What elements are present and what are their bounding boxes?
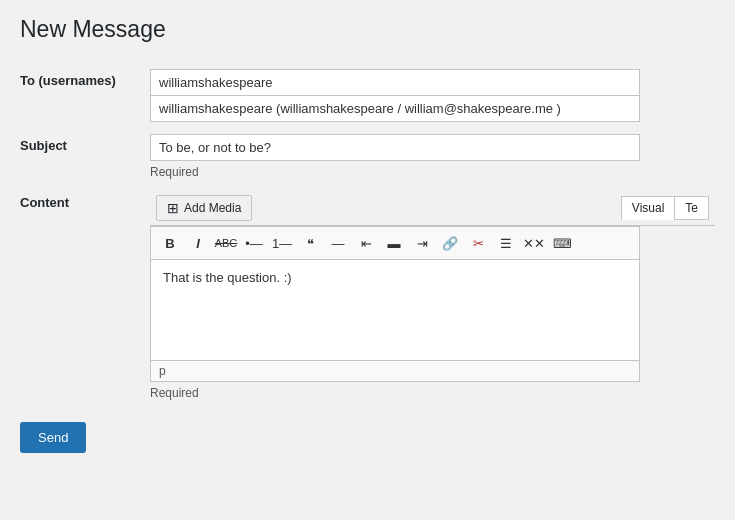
add-media-icon: ⊞ xyxy=(167,200,179,216)
editor-status-tag: p xyxy=(159,364,166,378)
add-media-label: Add Media xyxy=(184,201,241,215)
toolbar-ul-button[interactable]: •— xyxy=(241,231,267,255)
toolbar-bold-button[interactable]: B xyxy=(157,231,183,255)
editor-content-area[interactable]: That is the question. :) xyxy=(151,260,639,360)
add-media-button[interactable]: ⊞ Add Media xyxy=(156,195,252,221)
to-input[interactable] xyxy=(150,69,640,96)
tab-text-button[interactable]: Te xyxy=(674,196,709,220)
toolbar-link-button[interactable]: 🔗 xyxy=(437,231,463,255)
to-label: To (usernames) xyxy=(20,73,116,88)
page-title: New Message xyxy=(20,16,715,43)
toolbar-blockquote-button[interactable]: ❝ xyxy=(297,231,323,255)
toolbar-align-left-button[interactable]: ⇤ xyxy=(353,231,379,255)
toolbar-unlink-button[interactable]: ✂ xyxy=(465,231,491,255)
toolbar-hr-button[interactable]: — xyxy=(325,231,351,255)
content-label: Content xyxy=(20,195,69,210)
toolbar-fullscreen-button[interactable]: ✕✕ xyxy=(521,231,547,255)
toolbar-align-right-button[interactable]: ⇥ xyxy=(409,231,435,255)
content-required-text: Required xyxy=(150,386,715,400)
toolbar-italic-button[interactable]: I xyxy=(185,231,211,255)
toolbar-keyboard-button[interactable]: ⌨ xyxy=(549,231,575,255)
editor-toolbar: B I ABC •— 1— ❝ — ⇤ ▬ ⇥ 🔗 ✂ ☰ ✕✕ ⌨ xyxy=(151,227,639,260)
tab-visual-button[interactable]: Visual xyxy=(621,196,674,220)
subject-input[interactable] xyxy=(150,134,640,161)
editor-status-bar: p xyxy=(151,360,639,381)
autocomplete-dropdown[interactable]: williamshakespeare (williamshakespeare /… xyxy=(150,96,640,122)
toolbar-ol-button[interactable]: 1— xyxy=(269,231,295,255)
toolbar-align-center-button[interactable]: ▬ xyxy=(381,231,407,255)
subject-required-text: Required xyxy=(150,165,715,179)
send-button[interactable]: Send xyxy=(20,422,86,453)
subject-label: Subject xyxy=(20,138,67,153)
toolbar-table-button[interactable]: ☰ xyxy=(493,231,519,255)
toolbar-strikethrough-button[interactable]: ABC xyxy=(213,231,239,255)
